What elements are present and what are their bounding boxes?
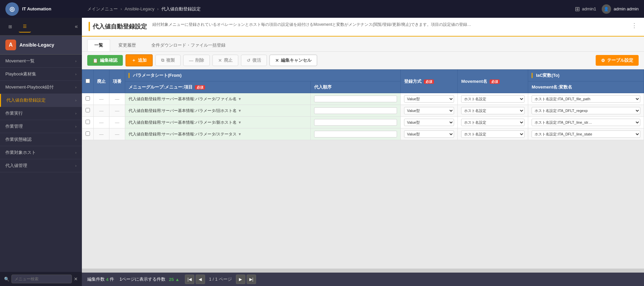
movement-name-select[interactable]: ホスト名設定 xyxy=(461,130,525,138)
sidebar-item-label: 作業管理 xyxy=(5,123,23,129)
last-page-btn[interactable]: ▶| xyxy=(247,275,256,284)
sidebar-item-work-exec[interactable]: 作業実行 › xyxy=(0,107,82,120)
table-settings-button[interactable]: ⚙ テーブル設定 xyxy=(596,55,639,66)
restore-button[interactable]: ↺ 復活 xyxy=(241,55,267,66)
tab-download[interactable]: 全件ダウンロード・ファイル一括登録 xyxy=(144,39,233,51)
sub-order-input[interactable] xyxy=(314,131,397,137)
sidebar-grid-icon[interactable]: ⊞ xyxy=(4,20,16,33)
movement-name-select[interactable]: ホスト名設定 xyxy=(461,95,525,103)
edit-confirm-button[interactable]: 📋 編集確認 xyxy=(87,55,123,66)
row-item-no: — xyxy=(109,105,125,117)
cancel-label: 編集キャンセル xyxy=(281,57,311,63)
title-accent xyxy=(89,22,90,31)
sidebar-app-header: A Ansible-Legacy xyxy=(0,36,82,55)
row-movement-var: ホスト名設定:ITA_DFLT_line_state xyxy=(528,128,644,140)
select-all-checkbox[interactable] xyxy=(86,79,90,83)
sidebar-app-icon: A xyxy=(5,40,16,50)
sidebar-item-playbook[interactable]: Playbook素材集 › xyxy=(0,68,82,81)
sub-order-input[interactable] xyxy=(314,107,397,114)
sidebar-search-input[interactable] xyxy=(11,275,72,283)
row-reg-method: Value型 Key型 xyxy=(400,93,458,105)
sub-order-input[interactable] xyxy=(314,119,397,126)
breadcrumb: メインメニュー › Ansible-Legacy › 代入値自動登録設定 xyxy=(87,6,575,12)
tab-history[interactable]: 変更履歴 xyxy=(111,39,143,51)
tab-list[interactable]: 一覧 xyxy=(87,39,110,51)
row-checkbox[interactable] xyxy=(86,108,90,112)
sidebar-collapse-btn[interactable]: « xyxy=(75,23,78,30)
header-screen: ⊞ admin1 xyxy=(575,5,596,13)
search-icon: 🔍 xyxy=(4,277,9,282)
reg-method-select[interactable]: Value型 Key型 xyxy=(404,119,454,126)
sidebar-list-icon[interactable]: ☰ xyxy=(19,20,31,33)
header-user: 👤 admin admin xyxy=(602,4,639,14)
logo-icon: ◎ xyxy=(5,2,19,16)
table-settings-label: テーブル設定 xyxy=(607,57,633,63)
movement-var-select[interactable]: ホスト名設定:ITA_DFLT_regexp xyxy=(532,107,640,114)
copy-button[interactable]: ⧉ 複製 xyxy=(155,55,181,66)
row-discard: — xyxy=(94,117,109,128)
tab-download-label: 全件ダウンロード・ファイル一括登録 xyxy=(151,43,226,48)
movement-name-select[interactable]: ホスト名設定 xyxy=(461,107,525,114)
sub-order-input[interactable] xyxy=(314,96,397,102)
row-movement-name: ホスト名設定 xyxy=(458,105,528,117)
row-discard: — xyxy=(94,128,109,140)
sidebar-item-work-mgmt[interactable]: 作業管理 › xyxy=(0,120,82,133)
discard-button[interactable]: ✕ 廃止 xyxy=(212,55,238,66)
header-discard: 廃止 xyxy=(94,70,109,93)
row-menu-item: 代入値自動登録用:サーバー基本情報:パラメータ/新ホスト名 ▼ xyxy=(125,117,311,128)
sidebar-item-label: 作業状態確認 xyxy=(5,136,32,142)
sidebar-item-work-status[interactable]: 作業状態確認 › xyxy=(0,133,82,146)
breadcrumb-main[interactable]: メインメニュー xyxy=(87,6,118,12)
movement-name-select[interactable]: ホスト名設定 xyxy=(461,119,525,126)
header-movement-name: Movement名 必須 xyxy=(458,70,528,93)
toolbar: 📋 編集確認 ＋ 追加 ⧉ 複製 — 削除 ✕ 廃止 ↺ 復活 xyxy=(82,52,644,69)
reg-method-select[interactable]: Value型 Key型 xyxy=(404,95,454,103)
sidebar-item-movement-playbook[interactable]: Movement-Playbook紐付 › xyxy=(0,81,82,94)
prev-page-btn[interactable]: ◀ xyxy=(196,275,205,284)
row-checkbox[interactable] xyxy=(86,131,90,136)
data-table: 廃止 項番 パラメータシート(From) 登録方式 xyxy=(82,69,644,140)
required-badge: 必須 xyxy=(490,79,500,84)
edit-count-value: 4 xyxy=(106,277,108,282)
chevron-right-icon: › xyxy=(75,72,77,76)
section-accent-icon xyxy=(532,73,533,78)
reg-method-select[interactable]: Value型 Key型 xyxy=(404,130,454,138)
app-header: ◎ IT Automation メインメニュー › Ansible-Legacy… xyxy=(0,0,644,18)
chevron-right-icon: › xyxy=(75,151,77,155)
cancel-button[interactable]: ✕ 編集キャンセル xyxy=(269,55,317,66)
minus-icon: — xyxy=(189,58,193,63)
sidebar-item-work-host[interactable]: 作業対象ホスト › xyxy=(0,146,82,159)
sidebar-icon-bar: ⊞ ☰ « xyxy=(0,18,82,36)
row-checkbox[interactable] xyxy=(86,96,90,101)
delete-button[interactable]: — 削除 xyxy=(183,55,210,66)
reg-method-select[interactable]: Value型 Key型 xyxy=(404,107,454,114)
user-label: admin admin xyxy=(614,6,639,11)
row-discard: — xyxy=(94,105,109,117)
page-header: 代入値自動登録設定 紐付対象メニューに登録されているオペレーションとホスト毎の項… xyxy=(82,18,644,37)
breadcrumb-app[interactable]: Ansible-Legacy xyxy=(125,6,154,11)
row-movement-var: ホスト名設定:ITA_DFLT_file_path xyxy=(528,93,644,105)
sidebar-nav: Movement一覧 › Playbook素材集 › Movement-Play… xyxy=(0,55,82,272)
movement-var-select[interactable]: ホスト名設定:ITA_DFLT_line_str… xyxy=(532,119,640,126)
page-unit: ページ xyxy=(219,277,232,282)
row-checkbox-cell xyxy=(82,93,94,105)
chevron-up-icon[interactable]: ▲ xyxy=(175,277,180,282)
sidebar-item-label: Playbook素材集 xyxy=(5,71,36,77)
next-page-btn[interactable]: ▶ xyxy=(236,275,245,284)
page-menu-icon[interactable]: ⋮ xyxy=(631,22,637,29)
add-button[interactable]: ＋ 追加 xyxy=(126,54,153,66)
screen-label: admin1 xyxy=(582,6,596,11)
movement-var-select[interactable]: ホスト名設定:ITA_DFLT_line_state xyxy=(532,130,640,138)
sidebar-item-label: Movement-Playbook紐付 xyxy=(5,84,54,90)
row-checkbox[interactable] xyxy=(86,120,90,124)
clear-search-icon[interactable]: ✕ xyxy=(74,276,78,282)
header-checkbox-cell xyxy=(82,70,94,93)
horizontal-scrollbar[interactable] xyxy=(82,269,644,273)
sidebar-item-substitution[interactable]: 代入値自動登録設定 › xyxy=(0,94,82,107)
row-sub-order xyxy=(311,117,400,128)
first-page-btn[interactable]: |◀ xyxy=(185,275,194,284)
movement-var-select[interactable]: ホスト名設定:ITA_DFLT_file_path xyxy=(532,95,640,103)
row-checkbox-cell xyxy=(82,128,94,140)
sidebar-item-substitution-mgmt[interactable]: 代入値管理 › xyxy=(0,159,82,172)
sidebar-item-movement[interactable]: Movement一覧 › xyxy=(0,55,82,68)
